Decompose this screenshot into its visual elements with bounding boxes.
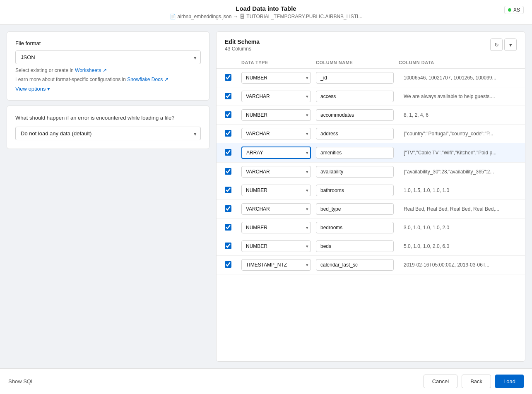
type-select-wrapper: NUMBERVARCHARARRAYOBJECTBOOLEANFLOATTIME… — [241, 185, 311, 196]
type-select[interactable]: NUMBERVARCHARARRAYOBJECTBOOLEANFLOATTIME… — [241, 166, 311, 178]
cancel-button[interactable]: Cancel — [424, 375, 457, 388]
column-data: 3.0, 1.0, 1.0, 1.0, 2.0 — [399, 225, 517, 231]
table-row: NUMBERVARCHARARRAYOBJECTBOOLEANFLOATTIME… — [217, 200, 525, 219]
table-row: NUMBERVARCHARARRAYOBJECTBOOLEANFLOATTIME… — [217, 69, 525, 87]
table-row: NUMBERVARCHARARRAYOBJECTBOOLEANFLOATTIME… — [217, 143, 525, 163]
column-name-input[interactable] — [316, 72, 394, 84]
arrow-icon: → — [233, 14, 238, 19]
column-name-input[interactable] — [316, 166, 394, 178]
schema-rows: NUMBERVARCHARARRAYOBJECTBOOLEANFLOATTIME… — [217, 69, 525, 361]
file-icon: 📄 — [170, 14, 176, 19]
right-panel: Edit Schema 43 Columns ↻ ▾ DATA TYPE COL… — [216, 31, 525, 362]
type-select-wrapper: NUMBERVARCHARARRAYOBJECTBOOLEANFLOATTIME… — [241, 128, 311, 139]
footer: Show SQL Cancel Back Load — [0, 368, 532, 394]
show-sql-button[interactable]: Show SQL — [8, 378, 34, 384]
refresh-icon: ↻ — [494, 42, 499, 48]
view-options-label: View options — [15, 86, 46, 92]
destination-name: TUTORIAL_TEMPORARY.PUBLIC.AIRBNB_LISTI..… — [246, 14, 362, 19]
type-select[interactable]: NUMBERVARCHARARRAYOBJECTBOOLEANFLOATTIME… — [241, 147, 311, 159]
collapse-button[interactable]: ▾ — [504, 38, 517, 51]
checkbox-header-col — [225, 60, 241, 65]
column-data: 8, 1, 2, 4, 6 — [399, 112, 517, 118]
type-select[interactable]: NUMBERVARCHARARRAYOBJECTBOOLEANFLOATTIME… — [241, 91, 311, 102]
column-name-input[interactable] — [316, 91, 394, 102]
column-data: {"country":"Portugal","country_code":"P.… — [399, 131, 517, 137]
page-header: Load Data into Table 📄 airbnb_embeddings… — [0, 0, 532, 25]
type-select-wrapper: NUMBERVARCHARARRAYOBJECTBOOLEANFLOATTIME… — [241, 222, 311, 233]
table-row: NUMBERVARCHARARRAYOBJECTBOOLEANFLOATTIME… — [217, 181, 525, 200]
row-checkbox[interactable] — [225, 187, 241, 195]
error-handling-select-wrapper: Do not load any data (default) Continue … — [15, 127, 201, 140]
file-format-card: File format JSON CSV Parquet ORC AVRO Se… — [7, 31, 209, 101]
db-icon: 🗄 — [240, 14, 245, 19]
back-button[interactable]: Back — [462, 375, 491, 388]
column-data: Real Bed, Real Bed, Real Bed, Real Bed,.… — [399, 206, 517, 212]
schema-columns-count: 43 Columns — [225, 46, 260, 52]
table-row: NUMBERVARCHARARRAYOBJECTBOOLEANFLOATTIME… — [217, 106, 525, 125]
column-data-header: COLUMN DATA — [399, 60, 517, 65]
error-handling-select[interactable]: Do not load any data (default) Continue … — [15, 127, 201, 140]
table-row: NUMBERVARCHARARRAYOBJECTBOOLEANFLOATTIME… — [217, 87, 525, 106]
row-checkbox[interactable] — [225, 93, 241, 101]
column-name-input[interactable] — [316, 240, 394, 252]
type-select[interactable]: NUMBERVARCHARARRAYOBJECTBOOLEANFLOATTIME… — [241, 72, 311, 84]
row-checkbox[interactable] — [225, 149, 241, 157]
row-checkbox[interactable] — [225, 243, 241, 250]
column-data: 5.0, 1.0, 1.0, 2.0, 6.0 — [399, 243, 517, 249]
row-checkbox[interactable] — [225, 224, 241, 232]
row-checkbox[interactable] — [225, 205, 241, 213]
load-button[interactable]: Load — [495, 375, 524, 388]
worksheets-link[interactable]: Worksheets ↗ — [75, 67, 106, 73]
type-select-wrapper: NUMBERVARCHARARRAYOBJECTBOOLEANFLOATTIME… — [241, 166, 311, 178]
file-format-label: File format — [15, 40, 201, 46]
type-select[interactable]: NUMBERVARCHARARRAYOBJECTBOOLEANFLOATTIME… — [241, 203, 311, 215]
view-options-button[interactable]: View options ▾ — [15, 86, 50, 92]
main-content: File format JSON CSV Parquet ORC AVRO Se… — [0, 25, 532, 368]
type-select[interactable]: NUMBERVARCHARARRAYOBJECTBOOLEANFLOATTIME… — [241, 109, 311, 121]
type-select[interactable]: NUMBERVARCHARARRAYOBJECTBOOLEANFLOATTIME… — [241, 240, 311, 252]
docs-help-text: Learn more about format-specific configu… — [15, 77, 201, 82]
column-name-input[interactable] — [316, 203, 394, 215]
left-panel: File format JSON CSV Parquet ORC AVRO Se… — [7, 31, 209, 362]
row-checkbox[interactable] — [225, 130, 241, 138]
type-select[interactable]: NUMBERVARCHARARRAYOBJECTBOOLEANFLOATTIME… — [241, 128, 311, 139]
type-select-wrapper: NUMBERVARCHARARRAYOBJECTBOOLEANFLOATTIME… — [241, 109, 311, 121]
type-select-wrapper: NUMBERVARCHARARRAYOBJECTBOOLEANFLOATTIME… — [241, 91, 311, 102]
column-data: ["TV","Cable TV","Wifi","Kitchen","Paid … — [399, 150, 517, 156]
type-select-wrapper: NUMBERVARCHARARRAYOBJECTBOOLEANFLOATTIME… — [241, 259, 311, 271]
row-checkbox[interactable] — [225, 168, 241, 176]
footer-actions: Cancel Back Load — [424, 375, 524, 388]
header-subtitle: 📄 airbnb_embeddings.json → 🗄 TUTORIAL_TE… — [8, 14, 524, 19]
snowflake-docs-link[interactable]: Snowflake Docs ↗ — [127, 77, 168, 82]
type-select[interactable]: NUMBERVARCHARARRAYOBJECTBOOLEANFLOATTIME… — [241, 222, 311, 233]
table-row: NUMBERVARCHARARRAYOBJECTBOOLEANFLOATTIME… — [217, 237, 525, 256]
type-select[interactable]: NUMBERVARCHARARRAYOBJECTBOOLEANFLOATTIME… — [241, 259, 311, 271]
table-row: NUMBERVARCHARARRAYOBJECTBOOLEANFLOATTIME… — [217, 125, 525, 143]
column-data: We are always available to help guests..… — [399, 94, 517, 99]
row-checkbox[interactable] — [225, 74, 241, 82]
column-name-input[interactable] — [316, 222, 394, 233]
column-name-input[interactable] — [316, 109, 394, 121]
column-name-input[interactable] — [316, 128, 394, 139]
type-select-wrapper: NUMBERVARCHARARRAYOBJECTBOOLEANFLOATTIME… — [241, 72, 311, 84]
schema-title-section: Edit Schema 43 Columns — [225, 38, 260, 52]
column-data: {"availability_30":28,"availability_365"… — [399, 169, 517, 175]
column-name-input[interactable] — [316, 259, 394, 271]
row-checkbox[interactable] — [225, 111, 241, 119]
refresh-button[interactable]: ↻ — [490, 38, 503, 51]
column-headers: DATA TYPE COLUMN NAME COLUMN DATA — [217, 57, 525, 69]
file-format-select[interactable]: JSON CSV Parquet ORC AVRO — [15, 50, 201, 64]
worksheets-help-text: Select existing or create in Worksheets … — [15, 67, 201, 73]
type-select-wrapper: NUMBERVARCHARARRAYOBJECTBOOLEANFLOATTIME… — [241, 203, 311, 215]
column-name-input[interactable] — [316, 147, 394, 159]
chevron-down-icon: ▾ — [509, 42, 512, 48]
schema-header: Edit Schema 43 Columns ↻ ▾ — [217, 32, 525, 52]
schema-title: Edit Schema — [225, 38, 260, 45]
column-data: 1.0, 1.5, 1.0, 1.0, 1.0 — [399, 187, 517, 193]
schema-actions: ↻ ▾ — [490, 38, 517, 51]
row-checkbox[interactable] — [225, 261, 241, 269]
column-name-input[interactable] — [316, 185, 394, 196]
column-name-header: COLUMN NAME — [316, 60, 399, 65]
status-dot — [508, 8, 511, 12]
type-select[interactable]: NUMBERVARCHARARRAYOBJECTBOOLEANFLOATTIME… — [241, 185, 311, 196]
